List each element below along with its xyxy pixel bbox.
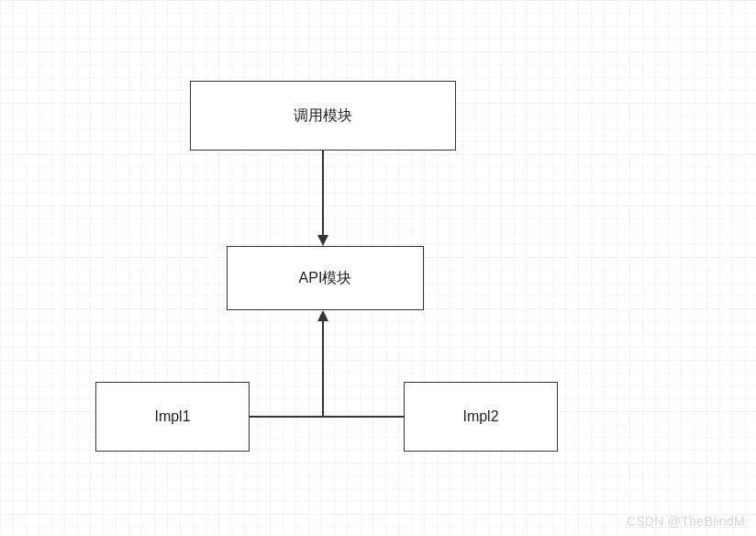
- arrow-caller-to-api-head: [317, 235, 328, 246]
- caller-module-label: 调用模块: [294, 106, 352, 126]
- impl1-connector: [250, 416, 323, 418]
- arrow-impls-to-api-head: [317, 310, 328, 321]
- api-module-label: API模块: [299, 269, 352, 288]
- watermark-text: CSDN @TheBlindM: [627, 514, 745, 529]
- arrow-caller-to-api-line: [322, 151, 324, 237]
- arrow-impls-to-api-line: [322, 321, 324, 418]
- impl1-box: Impl1: [95, 382, 250, 452]
- impl2-connector: [323, 416, 404, 418]
- impl1-label: Impl1: [154, 408, 190, 425]
- impl2-label: Impl2: [462, 408, 498, 425]
- api-module-box: API模块: [227, 246, 424, 310]
- caller-module-box: 调用模块: [190, 81, 456, 151]
- impl2-box: Impl2: [404, 382, 558, 452]
